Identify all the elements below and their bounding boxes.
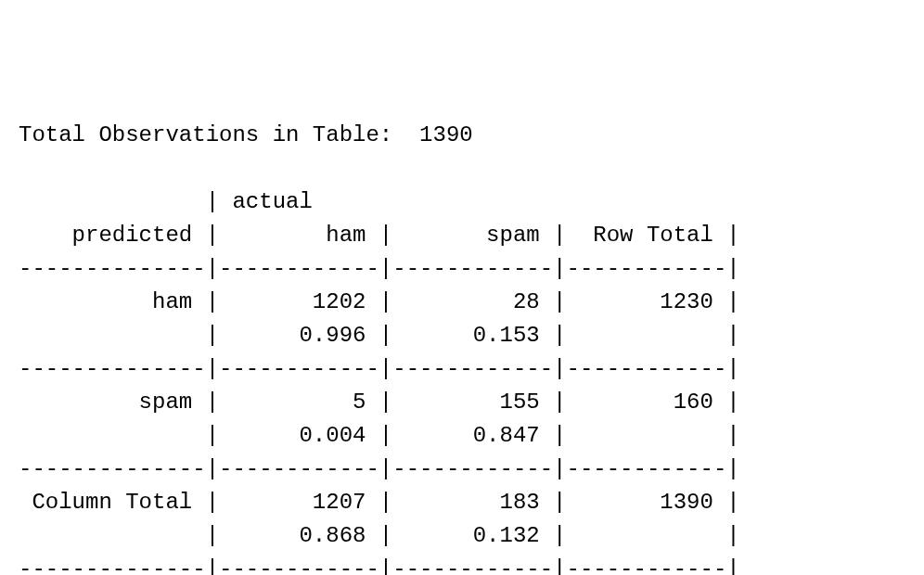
title-line: Total Observations in Table: 1390 [19,122,473,147]
divider-line: --------------|------------|------------… [19,356,740,381]
row-spam-counts: spam | 5 | 155 | 160 | [19,390,740,415]
row-spam-props: | 0.004 | 0.847 | | [19,423,740,448]
header-line: predicted | ham | spam | Row Total | [19,223,740,248]
col-total-counts: Column Total | 1207 | 183 | 1390 | [19,490,740,515]
header-group-line: | actual [19,189,313,214]
row-ham-props: | 0.996 | 0.153 | | [19,323,740,348]
crosstab-output: Total Observations in Table: 1390 | actu… [19,119,905,575]
divider-line: --------------|------------|------------… [19,456,740,481]
divider-line: --------------|------------|------------… [19,256,740,281]
col-total-props: | 0.868 | 0.132 | | [19,523,740,548]
divider-line: --------------|------------|------------… [19,556,740,575]
row-ham-counts: ham | 1202 | 28 | 1230 | [19,289,740,314]
